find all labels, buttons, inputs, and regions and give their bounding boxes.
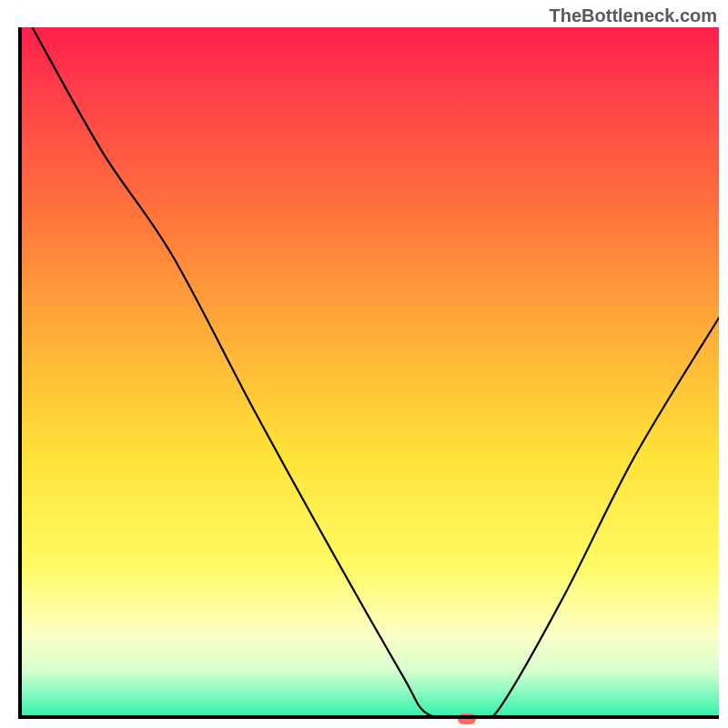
y-axis (18, 27, 22, 719)
gradient-background (18, 27, 719, 719)
watermark: TheBottleneck.com (550, 5, 717, 26)
x-axis (18, 715, 719, 719)
plot-area (18, 27, 719, 719)
chart-container: TheBottleneck.com (0, 0, 728, 728)
